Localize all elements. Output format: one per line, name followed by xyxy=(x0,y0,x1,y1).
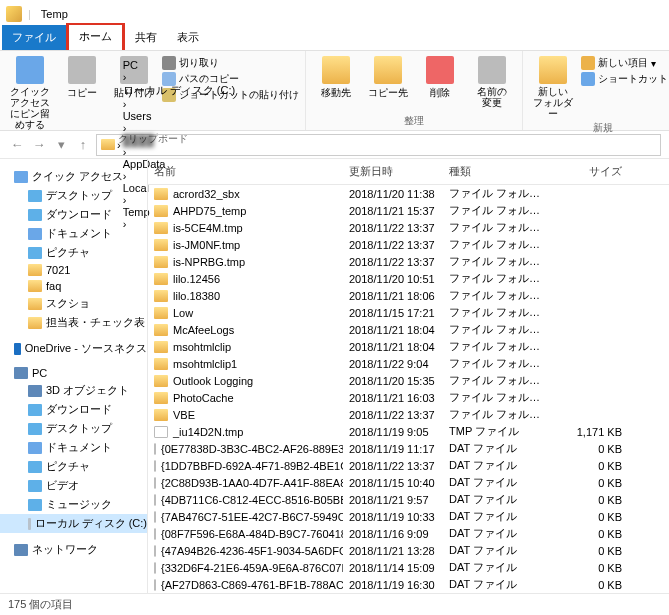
file-row[interactable]: {2C88D93B-1AA0-4D7F-A41F-88EA86B78...201… xyxy=(148,474,669,491)
file-icon xyxy=(154,460,156,472)
move-to-button[interactable]: 移動先 xyxy=(312,54,360,100)
nav-up-button[interactable]: ↑ xyxy=(74,136,92,154)
folder-icon xyxy=(154,375,168,387)
status-bar: 175 個の項目 xyxy=(0,593,669,615)
nav-item[interactable]: ピクチャ xyxy=(0,243,147,262)
nav-recent-button[interactable]: ▾ xyxy=(52,136,70,154)
breadcrumb-item[interactable]: PC xyxy=(123,59,235,71)
folder-icon xyxy=(154,324,168,336)
file-row[interactable]: {332D6F4-21E6-459A-9E6A-876C07B93B...201… xyxy=(148,559,669,576)
pin-quickaccess-button[interactable]: クイック アクセス にピン留めする xyxy=(6,54,54,130)
nav-item[interactable]: スクショ xyxy=(0,294,147,313)
file-row[interactable]: msohtmlclip2018/11/21 18:04ファイル フォルダー xyxy=(148,338,669,355)
file-icon xyxy=(154,579,156,591)
nav-item[interactable]: ドキュメント xyxy=(0,224,147,243)
nav-item[interactable]: ダウンロード xyxy=(0,400,147,419)
folder-icon xyxy=(154,358,168,370)
nav-item[interactable]: ドキュメント xyxy=(0,438,147,457)
nav-pc[interactable]: PC xyxy=(0,365,147,381)
col-name[interactable]: 名前 xyxy=(148,159,343,184)
file-icon xyxy=(154,426,168,438)
nav-item[interactable]: faq xyxy=(0,278,147,294)
qat-sep: | xyxy=(28,8,31,20)
tab-file[interactable]: ファイル xyxy=(2,25,66,50)
new-folder-button[interactable]: 新しい フォルダー xyxy=(529,54,577,119)
file-row[interactable]: {08F7F596-E68A-484D-B9C7-76041831E4...20… xyxy=(148,525,669,542)
breadcrumb-item[interactable]: ████ xyxy=(123,134,235,146)
new-item-button[interactable]: 新しい項目 ▾ xyxy=(581,56,669,70)
col-size[interactable]: サイズ xyxy=(548,159,628,184)
file-row[interactable]: _iu14D2N.tmp2018/11/19 9:05TMP ファイル1,171… xyxy=(148,423,669,440)
copy-to-button[interactable]: コピー先 xyxy=(364,54,412,100)
nav-icon xyxy=(28,442,42,454)
file-row[interactable]: Outlook Logging2018/11/20 15:35ファイル フォルダ… xyxy=(148,372,669,389)
file-row[interactable]: PhotoCache2018/11/21 16:03ファイル フォルダー xyxy=(148,389,669,406)
address-bar[interactable]: › PC › ローカル ディスク (C:) › Users › ████ › A… xyxy=(96,134,661,156)
nav-item[interactable]: ダウンロード xyxy=(0,205,147,224)
file-row[interactable]: acrord32_sbx2018/11/20 11:38ファイル フォルダー xyxy=(148,185,669,202)
file-icon xyxy=(154,562,156,574)
col-type[interactable]: 種類 xyxy=(443,159,548,184)
folder-icon xyxy=(154,290,168,302)
file-row[interactable]: McAfeeLogs2018/11/21 18:04ファイル フォルダー xyxy=(148,321,669,338)
nav-quick-access[interactable]: クイック アクセス xyxy=(0,167,147,186)
nav-item[interactable]: 担当表・チェック表 xyxy=(0,313,147,332)
rename-button[interactable]: 名前の 変更 xyxy=(468,54,516,108)
tab-home[interactable]: ホーム xyxy=(66,23,125,50)
folder-icon xyxy=(154,273,168,285)
file-row[interactable]: {1DD7BBFD-692A-4F71-89B2-4BE1C38CF...201… xyxy=(148,457,669,474)
file-icon xyxy=(154,511,156,523)
file-row[interactable]: {0E77838D-3B3C-4BC2-AF26-889E341EA3...20… xyxy=(148,440,669,457)
file-row[interactable]: lilo.183802018/11/21 18:06ファイル フォルダー xyxy=(148,287,669,304)
nav-icon xyxy=(28,480,42,492)
folder-icon xyxy=(6,6,22,22)
tab-view[interactable]: 表示 xyxy=(167,25,209,50)
folder-icon xyxy=(154,222,168,234)
delete-button[interactable]: 削除 xyxy=(416,54,464,100)
nav-icon xyxy=(28,461,42,473)
file-row[interactable]: is-NPRBG.tmp2018/11/22 13:37ファイル フォルダー xyxy=(148,253,669,270)
nav-item[interactable]: ビデオ xyxy=(0,476,147,495)
file-row[interactable]: {47A94B26-4236-45F1-9034-5A6DFC8BA...201… xyxy=(148,542,669,559)
nav-icon xyxy=(28,298,42,310)
folder-icon xyxy=(154,239,168,251)
file-row[interactable]: {4DB711C6-C812-4ECC-8516-B05BBA824...201… xyxy=(148,491,669,508)
file-row[interactable]: lilo.124562018/11/20 10:51ファイル フォルダー xyxy=(148,270,669,287)
file-row[interactable]: AHPD75_temp2018/11/21 15:37ファイル フォルダー xyxy=(148,202,669,219)
copy-button[interactable]: コピー xyxy=(58,54,106,100)
nav-icon xyxy=(28,499,42,511)
nav-item[interactable]: デスクトップ xyxy=(0,419,147,438)
nav-item[interactable]: 7021 xyxy=(0,262,147,278)
nav-item[interactable]: デスクトップ xyxy=(0,186,147,205)
file-icon xyxy=(154,494,156,506)
column-headers: 名前 更新日時 種類 サイズ xyxy=(148,159,669,185)
nav-pane: クイック アクセス デスクトップダウンロードドキュメントピクチャ7021faqス… xyxy=(0,159,148,593)
file-row[interactable]: VBE2018/11/22 13:37ファイル フォルダー xyxy=(148,406,669,423)
nav-network[interactable]: ネットワーク xyxy=(0,540,147,559)
file-row[interactable]: Low2018/11/15 17:21ファイル フォルダー xyxy=(148,304,669,321)
nav-icon xyxy=(28,190,42,202)
file-list: 名前 更新日時 種類 サイズ acrord32_sbx2018/11/20 11… xyxy=(148,159,669,593)
nav-item[interactable]: ローカル ディスク (C:) xyxy=(0,514,147,533)
breadcrumb-item[interactable]: Users xyxy=(123,110,235,122)
file-row[interactable]: {7AB476C7-51EE-42C7-B6C7-5949C5E333...20… xyxy=(148,508,669,525)
nav-onedrive[interactable]: OneDrive - ソースネクス xyxy=(0,339,147,358)
nav-forward-button[interactable]: → xyxy=(30,136,48,154)
nav-item[interactable]: ピクチャ xyxy=(0,457,147,476)
group-organize-label: 整理 xyxy=(312,112,516,130)
file-icon xyxy=(154,477,156,489)
file-row[interactable]: msohtmlclip12018/11/22 9:04ファイル フォルダー xyxy=(148,355,669,372)
nav-icon xyxy=(28,404,42,416)
breadcrumb-item[interactable]: ローカル ディスク (C:) xyxy=(123,83,235,98)
nav-icon xyxy=(28,385,42,397)
col-date[interactable]: 更新日時 xyxy=(343,159,443,184)
nav-back-button[interactable]: ← xyxy=(8,136,26,154)
nav-item[interactable]: ミュージック xyxy=(0,495,147,514)
file-row[interactable]: {AF27D863-C869-4761-BF1B-788AC68AB1...20… xyxy=(148,576,669,593)
nav-icon xyxy=(28,228,42,240)
new-shortcut-button[interactable]: ショートカット ▾ xyxy=(581,72,669,86)
file-row[interactable]: is-JM0NF.tmp2018/11/22 13:37ファイル フォルダー xyxy=(148,236,669,253)
nav-item[interactable]: 3D オブジェクト xyxy=(0,381,147,400)
file-row[interactable]: is-5CE4M.tmp2018/11/22 13:37ファイル フォルダー xyxy=(148,219,669,236)
tab-share[interactable]: 共有 xyxy=(125,25,167,50)
